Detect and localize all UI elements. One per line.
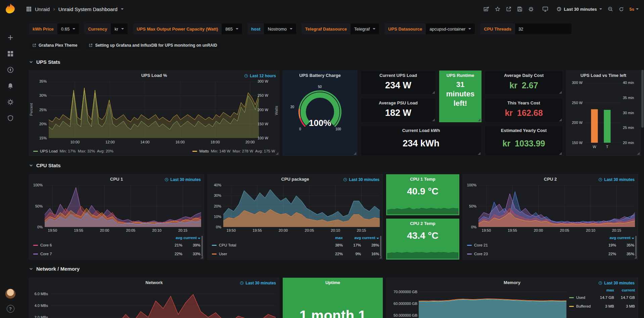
dashboard-caret-icon[interactable] — [121, 8, 124, 10]
panel-resize-handle[interactable] — [275, 152, 278, 155]
variable-value-dropdown[interactable]: Telegraf — [351, 24, 379, 34]
legend-series[interactable]: Buffered — [569, 304, 593, 308]
variable-value-dropdown[interactable]: 0.65 — [57, 24, 79, 34]
panel-title[interactable]: UPS Load vs Time left — [566, 71, 640, 78]
zoom-out-icon[interactable] — [608, 6, 613, 12]
y-tick: 25 min — [623, 126, 634, 130]
memory-chart-plot[interactable] — [419, 289, 566, 318]
y-axis-labels-right: 300 W 250 W 200 W 150 W 100 W — [258, 80, 270, 140]
legend-header-avg[interactable]: avg — [164, 236, 182, 240]
panel-resize-handle[interactable] — [379, 256, 382, 259]
ups-load-chart-plot[interactable] — [49, 82, 259, 138]
legend-scrollbar[interactable] — [201, 236, 203, 257]
panel-resize-handle[interactable] — [455, 211, 458, 214]
variable-value-dropdown[interactable]: kr — [111, 24, 128, 34]
panel-title[interactable]: Average PSU Load — [361, 98, 435, 105]
legend-series-name[interactable]: UPS Load — [40, 149, 57, 153]
panel-time-override: Last 30 minutes — [598, 281, 635, 285]
panel-resize-handle[interactable] — [200, 256, 203, 259]
panel-title[interactable]: UPS Battery Charge — [283, 71, 357, 78]
legend-header-current[interactable]: current — [361, 236, 379, 240]
breadcrumb-folder[interactable]: Unraid — [35, 6, 50, 12]
panel-resize-handle[interactable] — [455, 256, 458, 259]
panel-title[interactable]: CPU 2 Temp — [386, 219, 459, 226]
y-tick: 50% — [469, 205, 476, 208]
legend-series-name[interactable]: Watts — [199, 149, 209, 153]
legend-series[interactable]: Used — [569, 296, 593, 300]
share-icon[interactable] — [506, 6, 511, 12]
explore-compass-icon[interactable] — [7, 66, 14, 73]
add-panel-icon[interactable] — [484, 6, 489, 12]
dashboard-title[interactable]: Unraid System Dashboard — [58, 6, 118, 12]
variable-value-dropdown[interactable]: apcupsd-container — [426, 24, 475, 34]
cpu2-chart-plot[interactable] — [478, 185, 635, 227]
panel-title[interactable]: Average Daily Cost — [485, 71, 562, 78]
legend-scrollbar[interactable] — [380, 236, 381, 257]
refresh-interval-picker[interactable]: 5s — [630, 7, 639, 12]
panel-title[interactable]: Uptime — [283, 278, 382, 285]
panel-resize-handle[interactable] — [634, 256, 637, 259]
panel-title[interactable]: CPU 1 Temp — [386, 175, 459, 182]
legend-series[interactable]: User — [212, 252, 325, 256]
star-icon[interactable] — [495, 6, 500, 12]
legend-header-avg[interactable]: avg — [598, 236, 616, 240]
time-range-picker[interactable]: Last 30 minutes — [557, 7, 602, 12]
save-icon[interactable] — [517, 6, 522, 12]
legend-series[interactable]: Core 21 — [467, 243, 598, 247]
panel-resize-handle[interactable] — [432, 91, 435, 94]
variable-value-dropdown[interactable]: Nostromo — [264, 24, 296, 34]
panel-resize-handle[interactable] — [477, 118, 480, 121]
cpu1-chart-plot[interactable] — [45, 185, 201, 227]
settings-gear-icon[interactable] — [528, 6, 534, 12]
panel-resize-handle[interactable] — [559, 118, 562, 121]
panel-title[interactable]: Estimated Yearly Cost — [485, 126, 562, 133]
panel-resize-handle[interactable] — [637, 152, 640, 155]
panel-title[interactable]: Current Load kWh — [361, 126, 481, 133]
legend-series[interactable]: Core 6 — [33, 243, 164, 247]
legend-header-max[interactable]: max — [593, 288, 614, 292]
panel-title[interactable]: This Years Cost — [485, 98, 562, 105]
help-icon[interactable]: ? — [7, 305, 14, 313]
legend-header-current[interactable]: current — [614, 288, 635, 292]
legend-value: 22% — [325, 252, 343, 256]
apps-grid-icon[interactable] — [26, 6, 32, 12]
panel-title[interactable]: UPS Load % — [29, 71, 279, 78]
dashboards-icon[interactable] — [7, 50, 14, 57]
panel-resize-handle[interactable] — [477, 152, 480, 155]
panel-resize-handle[interactable] — [432, 118, 435, 121]
section-cpu-stats[interactable]: CPU Stats — [29, 163, 61, 168]
legend-header-current[interactable]: current — [182, 236, 200, 240]
panel-resize-handle[interactable] — [559, 91, 562, 94]
alerting-bell-icon[interactable] — [7, 83, 14, 89]
legend-header-avg[interactable]: avg — [343, 236, 361, 240]
link-ups-monitoring-guide[interactable]: Setting up Grafana and InfluxDB for UPS … — [85, 41, 220, 50]
user-avatar[interactable] — [5, 289, 15, 299]
configuration-gear-icon[interactable] — [7, 99, 14, 105]
grafana-logo-icon[interactable] — [4, 3, 17, 15]
refresh-icon[interactable] — [619, 7, 624, 12]
link-grafana-plex-theme[interactable]: Grafana Plex Theme — [29, 41, 81, 50]
legend-series[interactable]: Core 23 — [467, 252, 598, 256]
panel-title[interactable]: UPS Runtime — [440, 71, 481, 78]
ups-load-vs-time-plot[interactable] — [584, 83, 622, 143]
legend-series[interactable]: Core 7 — [33, 252, 164, 256]
scrollbar-thumb[interactable] — [641, 70, 644, 128]
cpu-threads-input[interactable] — [515, 24, 571, 34]
cpu-package-chart-plot[interactable] — [223, 185, 380, 227]
network-chart-plot[interactable] — [51, 289, 276, 318]
legend-header-max[interactable]: max — [325, 236, 343, 240]
panel-resize-handle[interactable] — [353, 152, 356, 155]
legend-series[interactable]: CPU Total — [212, 243, 325, 247]
page-scrollbar[interactable] — [641, 0, 644, 318]
server-admin-shield-icon[interactable] — [7, 115, 14, 122]
section-network-memory[interactable]: Network / Memory — [29, 266, 80, 272]
legend-header-current[interactable]: current — [616, 236, 634, 240]
panel-resize-handle[interactable] — [559, 152, 562, 155]
variable-value-dropdown[interactable]: 865 — [222, 24, 242, 34]
y-tick: 10% — [214, 215, 221, 219]
legend-scrollbar[interactable] — [635, 236, 637, 257]
create-plus-icon[interactable] — [7, 34, 14, 41]
tv-mode-icon[interactable] — [542, 6, 548, 12]
panel-title[interactable]: Current UPS Load — [361, 71, 435, 78]
section-ups-stats[interactable]: UPS Stats — [29, 59, 60, 65]
